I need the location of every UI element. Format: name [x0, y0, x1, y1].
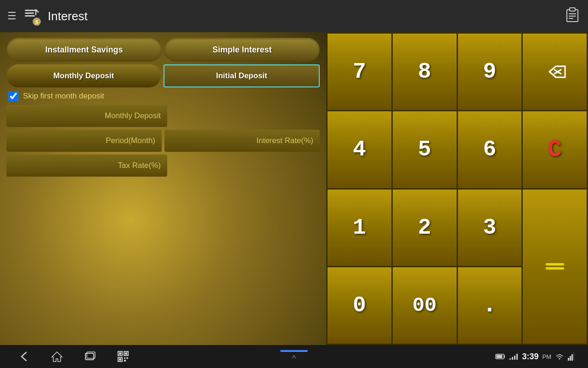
svg-rect-32	[516, 354, 518, 360]
svg-rect-1	[25, 12, 34, 14]
top-bar: ☰ $ Interest	[0, 0, 588, 32]
top-bar-left: ☰ $ Interest	[7, 6, 88, 26]
svg-rect-30	[512, 357, 513, 360]
keypad: 7 8 9 4 5 6 C 1 2 3 0 00 .	[326, 32, 588, 345]
tab-installment-savings[interactable]: Installment Savings	[6, 38, 162, 62]
status-bar-right: 3:39 PM	[495, 352, 574, 362]
key-equals[interactable]	[523, 190, 587, 344]
main-content: Installment Savings Simple Interest Mont…	[0, 32, 588, 345]
field-row-taxrate: Tax Rate(%)	[6, 155, 320, 177]
svg-rect-14	[546, 267, 564, 270]
key-5[interactable]: 5	[393, 111, 457, 188]
key-3[interactable]: 3	[458, 190, 522, 266]
svg-rect-20	[119, 352, 121, 355]
svg-rect-8	[569, 16, 576, 17]
time-ampm: PM	[543, 353, 552, 360]
field-row-monthly: Monthly Deposit	[6, 105, 320, 127]
checkbox-row: Skip first month deposit	[6, 91, 320, 101]
key-2[interactable]: 2	[393, 190, 457, 266]
signal-icon	[509, 353, 518, 360]
key-dot[interactable]: .	[458, 267, 522, 344]
period-label: Period(Month)	[6, 130, 162, 152]
bottom-indicator	[280, 350, 308, 352]
svg-text:$: $	[35, 20, 38, 25]
svg-rect-31	[514, 356, 515, 360]
monthly-deposit-label: Monthly Deposit	[6, 105, 167, 127]
wifi-icon	[555, 353, 564, 360]
nav-recent-button[interactable]	[80, 348, 100, 365]
skip-first-month-label: Skip first month deposit	[23, 92, 104, 101]
svg-rect-34	[570, 356, 571, 361]
tab-row-1: Installment Savings Simple Interest	[6, 38, 320, 62]
svg-rect-9	[569, 18, 573, 19]
svg-rect-6	[570, 8, 575, 11]
svg-rect-29	[509, 358, 511, 360]
svg-rect-33	[568, 358, 569, 361]
bottom-center: ^	[280, 350, 308, 363]
nav-back-button[interactable]	[14, 348, 34, 365]
tab-monthly-deposit[interactable]: Monthly Deposit	[6, 64, 161, 87]
key-4[interactable]: 4	[328, 111, 391, 188]
key-double-zero[interactable]: 00	[393, 267, 457, 344]
key-8[interactable]: 8	[393, 34, 457, 110]
tab-simple-interest[interactable]: Simple Interest	[164, 38, 320, 62]
bottom-chevron: ^	[292, 354, 296, 363]
app-title: Interest	[48, 9, 88, 23]
key-0[interactable]: 0	[328, 267, 391, 344]
svg-rect-21	[125, 352, 127, 355]
svg-rect-27	[504, 355, 505, 358]
signal-bars-icon	[568, 352, 574, 361]
key-clear[interactable]: C	[523, 111, 587, 188]
time-display: 3:39	[522, 352, 538, 362]
tab-initial-deposit[interactable]: Initial Deposit	[164, 64, 320, 87]
battery-icon	[495, 353, 505, 360]
bottom-bar: ^ 3:39 PM	[0, 345, 588, 368]
svg-rect-22	[119, 358, 121, 361]
svg-rect-35	[571, 354, 573, 361]
key-9[interactable]: 9	[458, 34, 522, 110]
left-panel: Installment Savings Simple Interest Mont…	[0, 32, 326, 345]
key-backspace[interactable]	[523, 34, 587, 110]
svg-rect-7	[569, 13, 576, 14]
skip-first-month-checkbox[interactable]	[8, 91, 18, 101]
app-icon: $	[22, 6, 42, 26]
svg-rect-24	[126, 357, 128, 359]
nav-home-button[interactable]	[47, 348, 67, 365]
interest-rate-label: Interest Rate(%)	[164, 130, 320, 152]
field-row-period-interest: Period(Month) Interest Rate(%)	[6, 130, 320, 152]
svg-rect-25	[124, 360, 126, 362]
svg-rect-2	[25, 15, 35, 17]
hamburger-icon[interactable]: ☰	[7, 10, 17, 22]
svg-rect-0	[25, 10, 36, 11]
key-1[interactable]: 1	[328, 190, 391, 266]
tab-row-2: Monthly Deposit Initial Deposit	[6, 64, 320, 87]
svg-rect-28	[497, 355, 503, 358]
nav-qr-button[interactable]	[113, 348, 133, 365]
tax-rate-label: Tax Rate(%)	[6, 155, 167, 177]
key-7[interactable]: 7	[328, 34, 391, 110]
svg-rect-36	[573, 352, 574, 361]
svg-rect-23	[124, 357, 125, 359]
key-6[interactable]: 6	[458, 111, 522, 188]
svg-rect-13	[546, 263, 564, 265]
clipboard-icon[interactable]	[564, 6, 581, 26]
